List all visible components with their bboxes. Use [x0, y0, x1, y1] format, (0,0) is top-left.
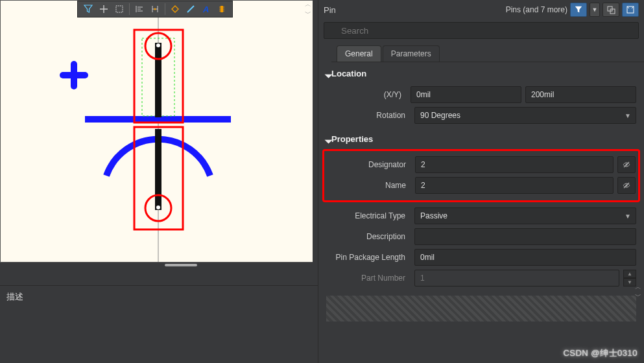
panel-collapse-up-icon[interactable]: ︿	[305, 0, 311, 9]
align-left-icon[interactable]	[132, 2, 147, 16]
svg-rect-13	[155, 129, 161, 210]
panel-collapse-up-icon[interactable]: ︿	[635, 283, 641, 292]
name-label: Name	[327, 181, 411, 190]
svg-point-14	[156, 205, 160, 209]
component-icon[interactable]	[214, 2, 230, 16]
canvas-scrollbar-vertical[interactable]	[313, 0, 318, 263]
svg-text:A: A	[202, 5, 209, 14]
description-panel-title: 描述	[6, 291, 311, 303]
svg-rect-11	[155, 43, 161, 117]
designator-label: Designator	[327, 160, 411, 169]
part-no-label: Part Number	[326, 274, 411, 283]
tab-parameters[interactable]: Parameters	[383, 45, 440, 62]
pkg-len-input[interactable]	[414, 249, 636, 266]
designator-input[interactable]	[415, 156, 614, 173]
electrical-type-select[interactable]	[414, 207, 636, 224]
svg-rect-3	[221, 6, 223, 12]
panel-collapse-down-icon[interactable]: ﹀	[635, 292, 641, 301]
line-icon[interactable]	[183, 2, 198, 16]
filter-button[interactable]	[570, 3, 587, 17]
select-rect-icon[interactable]	[112, 2, 127, 16]
part-no-stepper[interactable]: ▲▼	[623, 270, 636, 287]
filter-summary-text: Pins (and 7 more)	[506, 5, 567, 14]
canvas-scrollbar-horizontal[interactable]	[0, 263, 362, 268]
filter-dropdown-button[interactable]: ▼	[590, 3, 600, 17]
svg-rect-0	[116, 6, 123, 12]
tab-general[interactable]: General	[337, 45, 381, 62]
text-icon[interactable]: A	[198, 2, 214, 16]
description-label: Description	[326, 232, 411, 241]
visibility-toggle-name[interactable]	[617, 177, 636, 194]
align-distribute-icon[interactable]	[147, 2, 163, 16]
y-input[interactable]	[525, 86, 636, 103]
search-input[interactable]	[324, 22, 639, 39]
preview-placeholder	[326, 296, 636, 322]
electrical-type-label: Electrical Type	[326, 211, 411, 220]
section-properties-header[interactable]: Properties	[318, 128, 644, 148]
highlight-annotation: Designator Name	[322, 149, 640, 202]
svg-point-1	[154, 8, 156, 10]
move-icon[interactable]	[96, 2, 112, 16]
x-input[interactable]	[411, 86, 521, 103]
select-matching-icon[interactable]	[602, 3, 619, 17]
visibility-toggle-designator[interactable]	[617, 156, 636, 173]
canvas-drawing	[1, 1, 362, 263]
section-location-header[interactable]: Location	[318, 62, 644, 82]
rotation-select[interactable]	[414, 107, 636, 124]
select-similar-icon[interactable]	[622, 3, 639, 17]
filter-icon[interactable]	[80, 2, 96, 16]
xy-label: (X/Y)	[326, 90, 407, 99]
panel-collapse-down-icon[interactable]: ﹀	[305, 9, 311, 18]
panel-title: Pin	[324, 5, 336, 15]
name-input[interactable]	[415, 177, 614, 194]
shape-icon[interactable]	[167, 2, 183, 16]
part-no-input	[414, 270, 619, 287]
schematic-canvas[interactable]: A	[0, 0, 362, 263]
description-input[interactable]	[414, 228, 636, 245]
svg-point-12	[156, 43, 160, 47]
description-panel: 描述	[0, 285, 318, 363]
rotation-label: Rotation	[326, 111, 411, 120]
canvas-toolbar: A	[77, 1, 233, 18]
pkg-len-label: Pin Package Length	[326, 253, 411, 262]
